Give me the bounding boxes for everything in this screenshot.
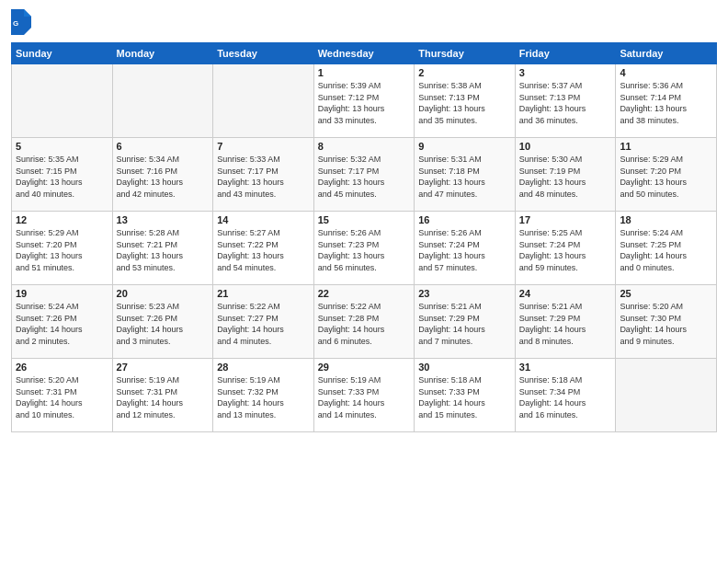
weekday-header-friday: Friday xyxy=(515,43,616,64)
calendar-cell: 18Sunrise: 5:24 AM Sunset: 7:25 PM Dayli… xyxy=(616,212,717,285)
calendar-cell: 6Sunrise: 5:34 AM Sunset: 7:16 PM Daylig… xyxy=(112,138,213,212)
day-number: 22 xyxy=(318,288,411,299)
weekday-header-row: SundayMondayTuesdayWednesdayThursdayFrid… xyxy=(12,43,717,64)
day-info: Sunrise: 5:20 AM Sunset: 7:31 PM Dayligh… xyxy=(16,374,108,420)
day-info: Sunrise: 5:20 AM Sunset: 7:30 PM Dayligh… xyxy=(620,301,712,347)
calendar-cell: 16Sunrise: 5:26 AM Sunset: 7:24 PM Dayli… xyxy=(415,212,516,285)
day-number: 2 xyxy=(418,67,511,78)
day-number: 19 xyxy=(16,288,108,299)
calendar-cell: 15Sunrise: 5:26 AM Sunset: 7:23 PM Dayli… xyxy=(313,212,415,285)
day-number: 27 xyxy=(117,362,210,373)
week-row-4: 19Sunrise: 5:24 AM Sunset: 7:26 PM Dayli… xyxy=(12,285,717,359)
day-info: Sunrise: 5:28 AM Sunset: 7:21 PM Dayligh… xyxy=(117,227,210,273)
day-info: Sunrise: 5:36 AM Sunset: 7:14 PM Dayligh… xyxy=(620,80,712,126)
calendar-cell: 23Sunrise: 5:21 AM Sunset: 7:29 PM Dayli… xyxy=(415,285,516,359)
calendar-cell: 5Sunrise: 5:35 AM Sunset: 7:15 PM Daylig… xyxy=(12,138,113,212)
day-info: Sunrise: 5:23 AM Sunset: 7:26 PM Dayligh… xyxy=(117,301,210,347)
calendar: SundayMondayTuesdayWednesdayThursdayFrid… xyxy=(11,42,717,432)
day-info: Sunrise: 5:34 AM Sunset: 7:16 PM Dayligh… xyxy=(117,154,210,200)
calendar-cell: 26Sunrise: 5:20 AM Sunset: 7:31 PM Dayli… xyxy=(12,359,113,432)
day-number: 18 xyxy=(620,214,712,225)
week-row-2: 5Sunrise: 5:35 AM Sunset: 7:15 PM Daylig… xyxy=(12,138,717,212)
day-info: Sunrise: 5:27 AM Sunset: 7:22 PM Dayligh… xyxy=(217,227,310,273)
calendar-cell: 25Sunrise: 5:20 AM Sunset: 7:30 PM Dayli… xyxy=(616,285,717,359)
day-info: Sunrise: 5:24 AM Sunset: 7:26 PM Dayligh… xyxy=(16,301,108,347)
calendar-cell: 8Sunrise: 5:32 AM Sunset: 7:17 PM Daylig… xyxy=(313,138,415,212)
day-number: 4 xyxy=(620,67,712,78)
day-number: 12 xyxy=(16,214,108,225)
day-number: 11 xyxy=(620,141,712,152)
day-info: Sunrise: 5:22 AM Sunset: 7:28 PM Dayligh… xyxy=(318,301,411,347)
calendar-cell: 29Sunrise: 5:19 AM Sunset: 7:33 PM Dayli… xyxy=(313,359,415,432)
day-info: Sunrise: 5:30 AM Sunset: 7:19 PM Dayligh… xyxy=(519,154,612,200)
day-number: 30 xyxy=(418,362,511,373)
day-info: Sunrise: 5:35 AM Sunset: 7:15 PM Dayligh… xyxy=(16,154,108,200)
day-number: 9 xyxy=(418,141,511,152)
day-info: Sunrise: 5:19 AM Sunset: 7:33 PM Dayligh… xyxy=(318,374,411,420)
day-number: 10 xyxy=(519,141,612,152)
day-number: 7 xyxy=(217,141,310,152)
day-info: Sunrise: 5:19 AM Sunset: 7:31 PM Dayligh… xyxy=(117,374,210,420)
day-info: Sunrise: 5:29 AM Sunset: 7:20 PM Dayligh… xyxy=(16,227,108,273)
day-info: Sunrise: 5:31 AM Sunset: 7:18 PM Dayligh… xyxy=(418,154,511,200)
calendar-cell: 11Sunrise: 5:29 AM Sunset: 7:20 PM Dayli… xyxy=(616,138,717,212)
calendar-cell: 4Sunrise: 5:36 AM Sunset: 7:14 PM Daylig… xyxy=(616,64,717,138)
calendar-cell: 27Sunrise: 5:19 AM Sunset: 7:31 PM Dayli… xyxy=(112,359,213,432)
calendar-cell: 1Sunrise: 5:39 AM Sunset: 7:12 PM Daylig… xyxy=(313,64,415,138)
week-row-5: 26Sunrise: 5:20 AM Sunset: 7:31 PM Dayli… xyxy=(12,359,717,432)
weekday-header-wednesday: Wednesday xyxy=(313,43,415,64)
day-number: 28 xyxy=(217,362,310,373)
calendar-cell: 10Sunrise: 5:30 AM Sunset: 7:19 PM Dayli… xyxy=(515,138,616,212)
calendar-cell xyxy=(112,64,213,138)
day-number: 23 xyxy=(418,288,511,299)
day-number: 21 xyxy=(217,288,310,299)
week-row-3: 12Sunrise: 5:29 AM Sunset: 7:20 PM Dayli… xyxy=(12,212,717,285)
day-number: 14 xyxy=(217,214,310,225)
day-info: Sunrise: 5:26 AM Sunset: 7:23 PM Dayligh… xyxy=(318,227,411,273)
day-number: 1 xyxy=(318,67,411,78)
calendar-cell: 2Sunrise: 5:38 AM Sunset: 7:13 PM Daylig… xyxy=(415,64,516,138)
day-number: 26 xyxy=(16,362,108,373)
day-info: Sunrise: 5:18 AM Sunset: 7:34 PM Dayligh… xyxy=(519,374,612,420)
day-number: 17 xyxy=(519,214,612,225)
day-info: Sunrise: 5:18 AM Sunset: 7:33 PM Dayligh… xyxy=(418,374,511,420)
day-number: 5 xyxy=(16,141,108,152)
calendar-cell: 24Sunrise: 5:21 AM Sunset: 7:29 PM Dayli… xyxy=(515,285,616,359)
day-info: Sunrise: 5:26 AM Sunset: 7:24 PM Dayligh… xyxy=(418,227,511,273)
day-info: Sunrise: 5:29 AM Sunset: 7:20 PM Dayligh… xyxy=(620,154,712,200)
day-number: 6 xyxy=(117,141,210,152)
day-number: 8 xyxy=(318,141,411,152)
weekday-header-sunday: Sunday xyxy=(12,43,113,64)
calendar-cell xyxy=(12,64,113,138)
calendar-cell: 14Sunrise: 5:27 AM Sunset: 7:22 PM Dayli… xyxy=(213,212,314,285)
calendar-cell: 30Sunrise: 5:18 AM Sunset: 7:33 PM Dayli… xyxy=(415,359,516,432)
logo-icon: G xyxy=(11,9,31,35)
day-number: 29 xyxy=(318,362,411,373)
calendar-cell: 17Sunrise: 5:25 AM Sunset: 7:24 PM Dayli… xyxy=(515,212,616,285)
day-info: Sunrise: 5:21 AM Sunset: 7:29 PM Dayligh… xyxy=(519,301,612,347)
day-info: Sunrise: 5:21 AM Sunset: 7:29 PM Dayligh… xyxy=(418,301,511,347)
weekday-header-monday: Monday xyxy=(112,43,213,64)
calendar-cell: 13Sunrise: 5:28 AM Sunset: 7:21 PM Dayli… xyxy=(112,212,213,285)
day-info: Sunrise: 5:32 AM Sunset: 7:17 PM Dayligh… xyxy=(318,154,411,200)
day-number: 3 xyxy=(519,67,612,78)
day-number: 31 xyxy=(519,362,612,373)
week-row-1: 1Sunrise: 5:39 AM Sunset: 7:12 PM Daylig… xyxy=(12,64,717,138)
day-info: Sunrise: 5:39 AM Sunset: 7:12 PM Dayligh… xyxy=(318,80,411,126)
calendar-cell: 21Sunrise: 5:22 AM Sunset: 7:27 PM Dayli… xyxy=(213,285,314,359)
day-info: Sunrise: 5:25 AM Sunset: 7:24 PM Dayligh… xyxy=(519,227,612,273)
day-info: Sunrise: 5:24 AM Sunset: 7:25 PM Dayligh… xyxy=(620,227,712,273)
weekday-header-saturday: Saturday xyxy=(616,43,717,64)
calendar-cell: 7Sunrise: 5:33 AM Sunset: 7:17 PM Daylig… xyxy=(213,138,314,212)
svg-marker-1 xyxy=(24,9,31,17)
header: G xyxy=(11,9,717,35)
day-number: 15 xyxy=(318,214,411,225)
calendar-cell: 20Sunrise: 5:23 AM Sunset: 7:26 PM Dayli… xyxy=(112,285,213,359)
day-info: Sunrise: 5:38 AM Sunset: 7:13 PM Dayligh… xyxy=(418,80,511,126)
calendar-cell: 12Sunrise: 5:29 AM Sunset: 7:20 PM Dayli… xyxy=(12,212,113,285)
day-number: 24 xyxy=(519,288,612,299)
weekday-header-tuesday: Tuesday xyxy=(213,43,314,64)
day-info: Sunrise: 5:37 AM Sunset: 7:13 PM Dayligh… xyxy=(519,80,612,126)
calendar-cell: 31Sunrise: 5:18 AM Sunset: 7:34 PM Dayli… xyxy=(515,359,616,432)
day-number: 16 xyxy=(418,214,511,225)
